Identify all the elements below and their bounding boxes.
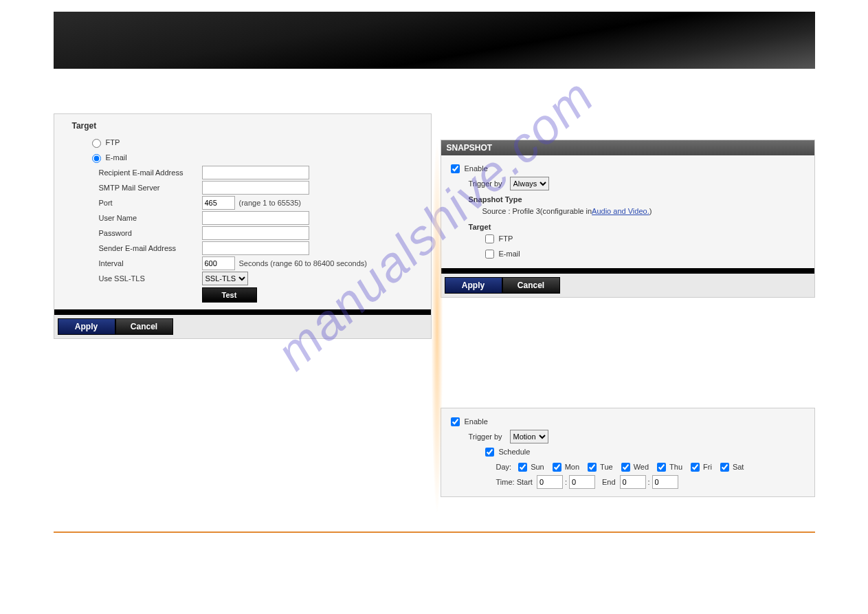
snapshot-ftp-checkbox[interactable]	[485, 234, 494, 243]
password-input[interactable]	[202, 226, 309, 240]
recipient-label: Recipient E-mail Address	[99, 168, 202, 177]
time-start-label: Time: Start	[496, 478, 533, 486]
schedule-checkbox[interactable]	[485, 448, 494, 457]
snapshot-title: SNAPSHOT	[441, 140, 814, 155]
ssl-label: Use SSL-TLS	[99, 274, 202, 283]
day-mon-label: Mon	[565, 463, 579, 471]
cancel-button-right[interactable]: Cancel	[502, 277, 560, 294]
target-panel: Target FTP E-mail Recipient E-mail Addre…	[54, 113, 432, 339]
day-thu-checkbox[interactable]	[657, 463, 666, 472]
panel-separator-2	[441, 268, 814, 274]
time-start-mm[interactable]	[569, 475, 595, 489]
smtp-label: SMTP Mail Server	[99, 184, 202, 192]
email-radio-label: E-mail	[106, 153, 127, 162]
day-mon-checkbox[interactable]	[553, 463, 561, 472]
schedule-trigger-select[interactable]: Motion	[510, 430, 548, 443]
sender-label: Sender E-mail Address	[99, 244, 202, 252]
day-wed-label: Wed	[634, 463, 649, 471]
snapshot-source-suffix: )	[649, 207, 652, 215]
day-thu-label: Thu	[669, 463, 682, 471]
day-sun-label: Sun	[531, 463, 544, 471]
snapshot-email-label: E-mail	[499, 250, 520, 258]
test-button[interactable]: Test	[202, 287, 257, 303]
snapshot-enable-checkbox[interactable]	[451, 164, 460, 173]
username-input[interactable]	[202, 211, 309, 225]
recipient-input[interactable]	[202, 166, 309, 179]
ftp-radio[interactable]	[92, 139, 101, 148]
time-colon-1: :	[565, 478, 567, 486]
ftp-radio-label: FTP	[106, 138, 120, 146]
day-fri-checkbox[interactable]	[691, 463, 700, 472]
schedule-label: Schedule	[499, 448, 531, 456]
day-sat-label: Sat	[733, 463, 744, 471]
content-row: manualshive.com Target FTP E-mail Recipi…	[54, 113, 815, 497]
trigger-by-label: Trigger by	[469, 179, 510, 188]
snapshot-ftp-label: FTP	[499, 234, 513, 243]
sender-input[interactable]	[202, 241, 309, 255]
port-input[interactable]	[202, 196, 235, 210]
apply-button-right[interactable]: Apply	[445, 277, 502, 294]
username-label: User Name	[99, 214, 202, 222]
password-label: Password	[99, 229, 202, 237]
schedule-trigger-label: Trigger by	[469, 432, 510, 441]
target-heading: Target	[72, 121, 424, 131]
time-end-label: End	[602, 478, 616, 486]
port-label: Port	[99, 199, 202, 207]
day-sun-checkbox[interactable]	[518, 463, 527, 472]
audio-video-link[interactable]: Audio and Video.	[592, 207, 649, 215]
interval-hint: Seconds (range 60 to 86400 seconds)	[239, 259, 368, 267]
snapshot-source-prefix: Source : Profile 3(configurable in	[482, 207, 592, 215]
day-tue-label: Tue	[600, 463, 613, 471]
day-label: Day:	[496, 463, 512, 471]
schedule-panel: Enable Trigger by Motion Schedule Day: S…	[441, 408, 815, 497]
cancel-button-left[interactable]: Cancel	[115, 318, 173, 335]
time-start-hh[interactable]	[537, 475, 563, 489]
day-sat-checkbox[interactable]	[720, 463, 729, 472]
port-hint: (range 1 to 65535)	[239, 199, 302, 207]
day-wed-checkbox[interactable]	[621, 463, 630, 472]
time-end-mm[interactable]	[652, 475, 678, 489]
schedule-enable-checkbox[interactable]	[451, 417, 460, 426]
header-banner	[54, 12, 815, 69]
snapshot-enable-label: Enable	[465, 164, 488, 173]
snapshot-email-checkbox[interactable]	[485, 250, 494, 259]
trigger-by-select[interactable]: Always	[510, 177, 549, 190]
panel-separator	[54, 309, 431, 315]
ssl-select[interactable]: SSL-TLS	[202, 272, 248, 285]
snapshot-panel: SNAPSHOT Enable Trigger by Always Snapsh…	[441, 140, 815, 298]
day-fri-label: Fri	[703, 463, 712, 471]
interval-label: Interval	[99, 259, 202, 267]
snapshot-type-heading: Snapshot Type	[469, 195, 808, 204]
time-colon-2: :	[648, 478, 650, 486]
snapshot-target-heading: Target	[469, 223, 808, 231]
apply-button-left[interactable]: Apply	[58, 318, 115, 335]
email-radio[interactable]	[92, 154, 101, 163]
day-tue-checkbox[interactable]	[588, 463, 597, 472]
interval-input[interactable]	[202, 256, 235, 270]
time-end-hh[interactable]	[620, 475, 646, 489]
schedule-enable-label: Enable	[465, 417, 488, 426]
footer-rule	[54, 531, 815, 533]
smtp-input[interactable]	[202, 181, 309, 195]
